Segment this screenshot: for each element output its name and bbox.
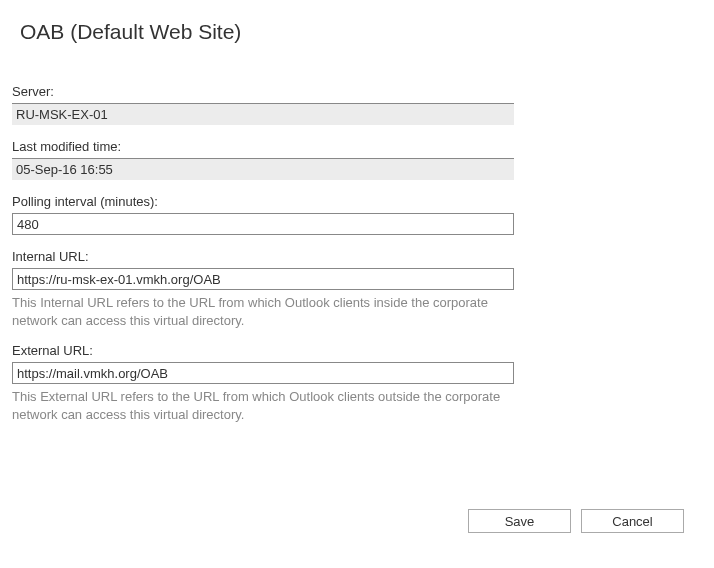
last-modified-section: Last modified time: 05-Sep-16 16:55 bbox=[12, 139, 702, 180]
external-url-input[interactable] bbox=[12, 362, 514, 384]
internal-url-label: Internal URL: bbox=[12, 249, 702, 264]
internal-url-help: This Internal URL refers to the URL from… bbox=[12, 294, 514, 329]
polling-interval-section: Polling interval (minutes): bbox=[12, 194, 702, 235]
internal-url-input[interactable] bbox=[12, 268, 514, 290]
cancel-button[interactable]: Cancel bbox=[581, 509, 684, 533]
server-value: RU-MSK-EX-01 bbox=[12, 103, 514, 125]
button-row: Save Cancel bbox=[468, 509, 684, 533]
last-modified-label: Last modified time: bbox=[12, 139, 702, 154]
server-label: Server: bbox=[12, 84, 702, 99]
external-url-label: External URL: bbox=[12, 343, 702, 358]
external-url-section: External URL: This External URL refers t… bbox=[12, 343, 702, 423]
polling-interval-label: Polling interval (minutes): bbox=[12, 194, 702, 209]
external-url-help: This External URL refers to the URL from… bbox=[12, 388, 514, 423]
page-title: OAB (Default Web Site) bbox=[20, 20, 702, 44]
save-button[interactable]: Save bbox=[468, 509, 571, 533]
internal-url-section: Internal URL: This Internal URL refers t… bbox=[12, 249, 702, 329]
last-modified-value: 05-Sep-16 16:55 bbox=[12, 158, 514, 180]
polling-interval-input[interactable] bbox=[12, 213, 514, 235]
server-section: Server: RU-MSK-EX-01 bbox=[12, 84, 702, 125]
